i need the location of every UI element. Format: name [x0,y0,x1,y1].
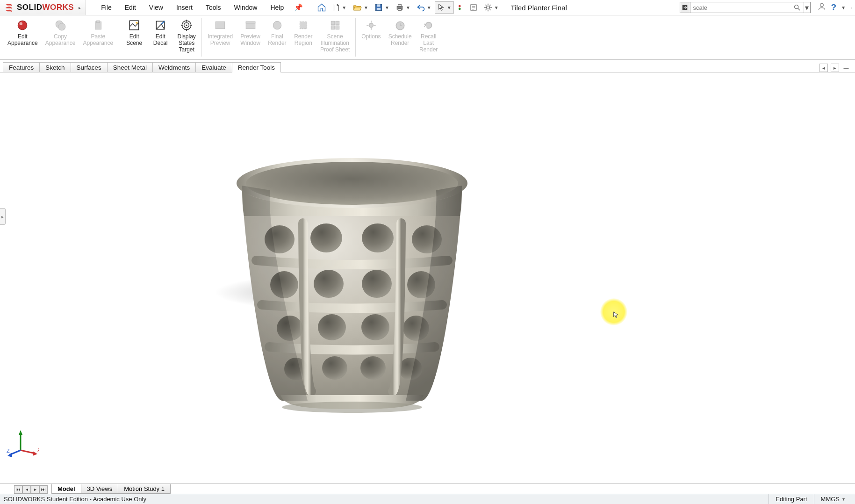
svg-point-72 [322,356,347,380]
display-states-target-button[interactable]: Display States Target [173,17,200,58]
svg-point-64 [314,270,344,298]
tab-sketch[interactable]: Sketch [39,62,71,72]
edit-decal-label: Edit Decal [153,34,168,47]
svg-rect-49 [336,26,339,29]
menu-file[interactable]: File [94,4,118,11]
menu-insert[interactable]: Insert [170,4,199,11]
select-button[interactable]: ▼ [435,1,454,14]
file-props-button[interactable] [467,1,480,14]
edit-decal-button[interactable]: Edit Decal [147,17,173,58]
print-button[interactable]: ▼ [393,1,413,14]
svg-point-28 [58,23,65,30]
final-render-label: Final Render [268,34,286,47]
tab-last[interactable]: ⏭ [39,485,48,494]
svg-point-25 [18,21,28,30]
svg-point-12 [486,6,489,9]
menu-tools[interactable]: Tools [199,4,228,11]
scene-illumination-button: Scene Illumination Proof Sheet [316,17,353,58]
menu-window[interactable]: Window [228,4,264,11]
help-drop-icon[interactable]: ▼ [841,5,846,10]
svg-point-75 [282,402,422,413]
menu-items: File Edit View Insert Tools Window Help … [86,0,303,15]
model-planter[interactable] [228,158,476,419]
pin-icon[interactable]: 📌 [294,3,303,12]
tab-next[interactable]: ▸ [31,485,39,494]
chevron-down-icon[interactable]: ▸ [79,5,81,10]
svg-rect-45 [300,22,307,29]
app-name: SOLIDWORKS [17,3,74,12]
paste-appearance-button: Paste Appearance [79,17,117,58]
tab-sheet-metal[interactable]: Sheet Metal [107,62,153,72]
help-icon[interactable]: ? [831,2,837,13]
bottom-tabs: ⏮ ◂ ▸ ⏭ Model 3D Views Motion Study 1 [0,483,855,494]
search-prefix-icon[interactable] [680,2,690,13]
svg-rect-8 [471,5,476,10]
preview-window-button: Preview Window [237,17,264,58]
svg-rect-46 [331,21,335,25]
tab-nav-prev[interactable]: ◂ [819,64,828,72]
menu-bar: SOLIDWORKS ▸ File Edit View Insert Tools… [0,0,855,15]
solidworks-logo-icon [4,2,14,13]
tab-minimize[interactable]: — [842,64,850,72]
svg-line-20 [489,5,491,6]
bottom-tab-3dviews[interactable]: 3D Views [81,484,119,494]
svg-point-60 [310,223,342,252]
svg-point-44 [273,21,281,29]
menu-edit[interactable]: Edit [118,4,143,11]
svg-rect-43 [246,22,255,23]
svg-rect-4 [398,4,402,6]
svg-point-24 [820,3,823,7]
svg-text:X: X [37,447,39,453]
home-button[interactable] [315,1,329,14]
search-go-icon[interactable] [790,4,804,11]
recall-last-render-label: Recall Last Render [419,34,438,53]
paste-appearance-label: Paste Appearance [83,34,113,47]
bottom-tab-motion-study[interactable]: Motion Study 1 [118,484,171,494]
integrated-preview-label: Integrated Preview [208,34,233,47]
open-button[interactable]: ▼ [350,1,371,14]
tab-evaluate[interactable]: Evaluate [195,62,232,72]
tab-nav-next[interactable]: ▸ [831,64,839,72]
tab-weldments[interactable]: Weldments [152,62,196,72]
menu-help[interactable]: Help [264,4,290,11]
graphics-viewport[interactable]: ▸ [0,72,855,483]
svg-line-18 [489,9,491,10]
undo-button[interactable]: ▼ [414,1,434,14]
app-logo: SOLIDWORKS ▸ [0,0,86,15]
svg-line-17 [485,5,487,6]
feature-tabs: Features Sketch Surfaces Sheet Metal Wel… [0,60,855,72]
edit-appearance-button[interactable]: Edit Appearance [4,17,42,58]
render-region-label: Render Region [294,34,312,47]
svg-rect-5 [398,9,402,11]
save-button[interactable]: ▼ [372,1,392,14]
document-title: Tiled Planter Final [511,4,567,12]
user-icon[interactable] [817,2,826,13]
status-units[interactable]: MMGS▾ [814,494,851,504]
tab-surfaces[interactable]: Surfaces [71,62,108,72]
cursor-highlight [600,298,627,325]
search-input[interactable] [690,4,790,11]
schedule-render-label: Schedule Render [388,34,412,47]
overflow-icon[interactable]: . [850,2,852,13]
edit-appearance-label: Edit Appearance [7,34,38,47]
copy-appearance-label: Copy Appearance [45,34,76,47]
tab-first[interactable]: ⏮ [14,485,22,494]
new-button[interactable]: ▼ [330,1,349,14]
tab-features[interactable]: Features [3,62,40,72]
svg-text:Z: Z [7,448,10,454]
feature-manager-flyout[interactable]: ▸ [0,208,6,225]
menu-view[interactable]: View [143,4,170,11]
render-options-button: Options [358,17,384,58]
svg-point-69 [361,314,389,340]
status-mode: Editing Part [769,494,813,504]
orientation-triad[interactable]: Y X Z [7,429,39,457]
recall-last-render-button: Recall Last Render [416,17,442,58]
edit-scene-button[interactable]: Edit Scene [121,17,147,58]
bottom-tab-model[interactable]: Model [51,484,81,494]
options-button[interactable]: ▼ [481,1,501,14]
rebuild-button[interactable] [455,1,466,14]
tab-prev[interactable]: ◂ [22,485,31,494]
svg-line-19 [485,9,487,10]
search-drop-icon[interactable]: ▾ [804,2,810,13]
tab-render-tools[interactable]: Render Tools [232,62,281,72]
